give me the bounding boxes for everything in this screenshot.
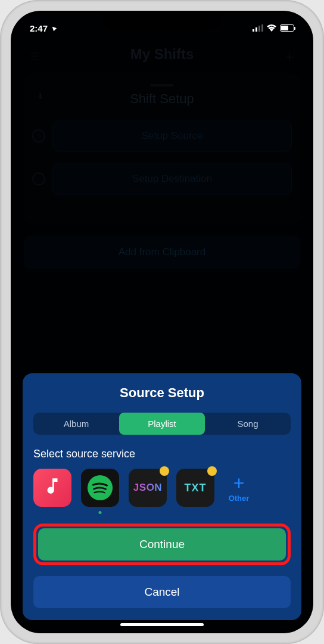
service-spotify[interactable] (81, 469, 119, 507)
select-service-label: Select source service (33, 448, 291, 460)
txt-label: TXT (185, 482, 207, 494)
segment-album[interactable]: Album (33, 413, 119, 435)
service-other[interactable]: + Other (224, 469, 254, 507)
premium-badge-icon (207, 466, 217, 476)
segment-song[interactable]: Song (205, 413, 291, 435)
phone-frame: 2:47 ▲ ☰ My Shifts + (0, 0, 324, 644)
svg-rect-2 (258, 26, 260, 32)
battery-icon (280, 24, 294, 32)
segment-playlist[interactable]: Playlist (119, 413, 205, 435)
status-time: 2:47 (30, 23, 48, 33)
source-setup-sheet: Source Setup Album Playlist Song Select … (23, 373, 301, 620)
svg-rect-3 (261, 24, 263, 32)
json-label: JSON (133, 482, 162, 494)
type-segmented-control[interactable]: Album Playlist Song (33, 413, 291, 435)
screen: 2:47 ▲ ☰ My Shifts + (13, 13, 311, 631)
service-apple-music[interactable] (33, 469, 71, 507)
home-indicator[interactable] (120, 623, 204, 626)
svg-rect-0 (253, 29, 254, 32)
sheet-title: Source Setup (33, 385, 291, 401)
phone-bezel: 2:47 ▲ ☰ My Shifts + (11, 11, 313, 633)
premium-badge-icon (160, 466, 169, 476)
service-txt[interactable]: TXT (176, 469, 214, 507)
location-icon: ▲ (48, 23, 59, 33)
plus-icon: + (233, 473, 245, 493)
notch (102, 13, 222, 30)
continue-button[interactable]: Continue (38, 528, 286, 561)
service-row: JSON TXT + Other (33, 469, 291, 507)
svg-rect-1 (256, 27, 257, 32)
modal-overlay[interactable]: Source Setup Album Playlist Song Select … (13, 13, 311, 631)
cellular-icon (253, 23, 263, 33)
selected-indicator-dot (99, 511, 102, 514)
music-note-icon (42, 476, 63, 500)
other-label: Other (229, 494, 250, 503)
continue-highlight: Continue (33, 524, 291, 565)
service-json[interactable]: JSON (129, 469, 167, 507)
wifi-icon (267, 23, 276, 33)
cancel-button[interactable]: Cancel (33, 576, 291, 608)
spotify-icon (86, 474, 114, 501)
